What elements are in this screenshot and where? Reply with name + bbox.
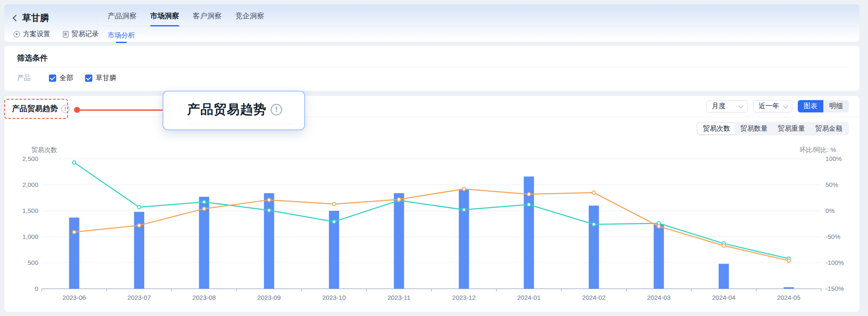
tab-market-insight[interactable]: 市场洞察: [150, 11, 179, 26]
subtab-market-analysis[interactable]: 市场分析: [108, 31, 135, 40]
tab-customer-insight[interactable]: 客户洞察: [193, 11, 222, 26]
callout-mini-divider: [189, 124, 294, 124]
svg-text:1,000: 1,000: [22, 233, 38, 240]
annotation-callout: 产品贸易趋势 !: [163, 91, 305, 130]
header-divider: [97, 14, 97, 34]
svg-text:2023-10: 2023-10: [322, 294, 345, 301]
checkbox-all-label: 全部: [60, 74, 73, 83]
checkbox-all[interactable]: 全部: [49, 74, 73, 83]
product-field-label: 产品: [17, 74, 49, 83]
svg-text:2024-05: 2024-05: [777, 294, 800, 301]
callout-title: 产品贸易趋势: [187, 101, 266, 118]
checkbox-glyphosate-label: 草甘膦: [96, 74, 116, 83]
svg-text:2024-04: 2024-04: [712, 294, 735, 301]
svg-text:2,500: 2,500: [22, 155, 38, 162]
svg-text:0: 0: [35, 285, 38, 292]
svg-text:1,500: 1,500: [22, 207, 38, 214]
target-icon: [14, 31, 20, 37]
filter-divider: [17, 67, 847, 67]
svg-text:2023-07: 2023-07: [127, 294, 151, 301]
clipboard-icon: [63, 31, 69, 37]
filter-section-title: 筛选条件: [17, 53, 48, 63]
checkbox-glyphosate[interactable]: 草甘膦: [85, 74, 116, 83]
svg-text:贸易次数: 贸易次数: [31, 146, 57, 153]
svg-text:2023-11: 2023-11: [388, 294, 411, 301]
svg-text:2,000: 2,000: [22, 181, 38, 188]
checkbox-all-box[interactable]: [49, 75, 56, 82]
scheme-settings-link[interactable]: 方案设置: [14, 30, 50, 39]
svg-text:-100%: -100%: [825, 259, 844, 266]
annotation-connector-line: [77, 109, 168, 111]
svg-text:2024-03: 2024-03: [647, 294, 671, 301]
svg-text:2023-08: 2023-08: [192, 294, 216, 301]
callout-info-icon: !: [271, 104, 282, 115]
svg-text:50%: 50%: [825, 181, 838, 188]
svg-text:环比/同比: %: 环比/同比: %: [799, 146, 836, 153]
back-icon[interactable]: [13, 15, 20, 22]
svg-text:2023-06: 2023-06: [63, 294, 86, 301]
svg-text:100%: 100%: [825, 155, 842, 162]
svg-text:500: 500: [28, 259, 38, 266]
svg-text:2023-12: 2023-12: [452, 294, 476, 301]
trade-records-link[interactable]: 贸易记录: [63, 30, 99, 39]
svg-text:2023-09: 2023-09: [257, 294, 281, 301]
subtab-underline: [116, 42, 127, 43]
main-tabs: 产品洞察 市场洞察 客户洞察 竞企洞察: [108, 11, 264, 26]
tab-competitor-insight[interactable]: 竞企洞察: [235, 11, 264, 26]
svg-text:-150%: -150%: [825, 285, 844, 292]
filter-card: 筛选条件 产品 全部 草甘膦: [4, 46, 859, 91]
svg-text:0%: 0%: [825, 207, 835, 214]
svg-text:2024-01: 2024-01: [517, 294, 540, 301]
svg-text:2024-02: 2024-02: [582, 294, 605, 301]
tab-product-insight[interactable]: 产品洞察: [108, 11, 137, 26]
page-title: 草甘膦: [22, 12, 49, 24]
trend-chart[interactable]: 2,500100%2,00050%1,5000%1,000-50%500-100…: [4, 96, 859, 312]
svg-text:-50%: -50%: [825, 233, 840, 240]
header-card: 草甘膦 方案设置 贸易记录 产品洞察 市场洞察 客户洞察 竞企洞察 市场分析: [4, 4, 859, 42]
scheme-settings-label: 方案设置: [23, 30, 50, 39]
trend-card: 产品贸易趋势 ! 月度 近一年 图表 明细 贸易次数 贸易数量 贸易重量 贸易金…: [4, 96, 859, 312]
trade-records-label: 贸易记录: [71, 30, 99, 39]
checkbox-glyphosate-box[interactable]: [85, 75, 92, 82]
